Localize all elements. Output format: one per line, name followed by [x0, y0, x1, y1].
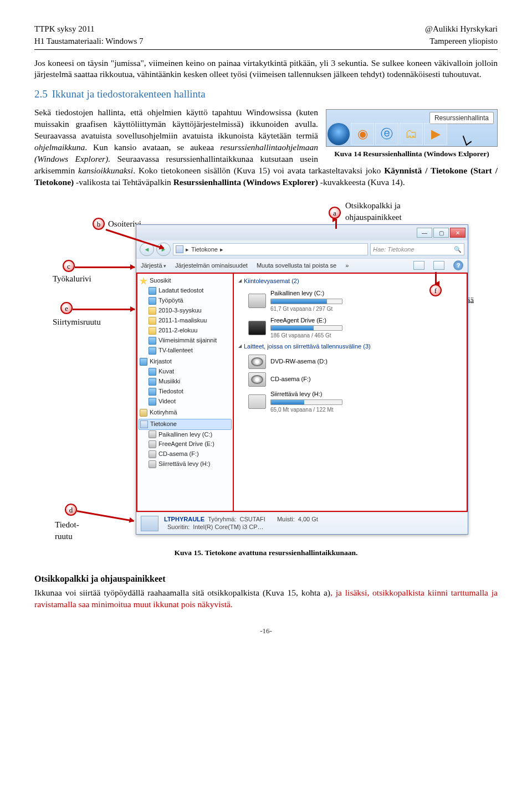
navigation-pane[interactable]: Suosikit Ladatut tiedostot Työpöytä 2010…: [136, 273, 234, 512]
callout-d: d: [65, 504, 77, 516]
drive-row[interactable]: FreeAgent Drive (E:) 186 Gt vapaana / 46…: [238, 315, 462, 341]
sidebar-item[interactable]: TV-tallenteet: [158, 346, 193, 355]
sidebar-item[interactable]: 2010-3-syyskuu: [158, 306, 202, 315]
close-button[interactable]: ✕: [450, 228, 466, 238]
address-bar[interactable]: ▸ Tietokone ▸: [173, 243, 368, 255]
start-orb-icon: [328, 123, 350, 145]
drive-name: Paikallinen levy (C:): [270, 289, 342, 298]
drive-row[interactable]: Siirrettävä levy (H:) 65,0 Mt vapaana / …: [238, 388, 462, 415]
sidebar-item[interactable]: Ladatut tiedostot: [158, 286, 203, 295]
para-text: -kuvakkeesta (Kuva 14).: [318, 177, 405, 187]
sidebar-item[interactable]: CD-asema (F:): [158, 450, 199, 459]
videos-icon: [149, 398, 156, 406]
callout-e: e: [60, 302, 73, 314]
sidebar-item[interactable]: Tiedostot: [158, 387, 183, 396]
sidebar-item[interactable]: Työpöytä: [158, 296, 183, 305]
computer-icon: [140, 420, 148, 428]
tv-icon: [149, 347, 156, 355]
music-icon: [149, 378, 156, 386]
side-homegroup[interactable]: Kotiryhmä: [150, 408, 177, 417]
help-icon[interactable]: ?: [453, 260, 463, 270]
sidebar-item[interactable]: 2011-2-elokuu: [158, 326, 197, 335]
toolbar-organize[interactable]: Järjestä: [141, 261, 166, 270]
dvd-icon: [248, 355, 266, 369]
callout-b: b: [93, 218, 105, 230]
homegroup-icon: [140, 409, 147, 417]
preview-pane-icon[interactable]: [433, 261, 444, 270]
details-pane: LTPHYRAULE Työryhmä: CSUTAFI Muisti: 4,0…: [136, 512, 468, 534]
side-libraries[interactable]: Kirjastot: [150, 357, 172, 366]
para-text: -valikosta tai Tehtäväpalkin: [74, 177, 173, 187]
toolbar: Järjestä Järjestelmän ominaisuudet Muuta…: [136, 258, 468, 273]
sidebar-item[interactable]: Siirrettävä levy (H:): [158, 460, 211, 469]
sidebar-item[interactable]: FreeAgent Drive (E:): [158, 440, 214, 449]
subheading-titlebar: Otsikkopalkki ja ohjauspainikkeet: [34, 573, 498, 585]
capacity-gauge: [270, 325, 342, 331]
status-mem-label: Muisti:: [277, 516, 295, 524]
sidebar-item[interactable]: Videot: [158, 397, 176, 406]
title-bar[interactable]: — ▢ ✕: [136, 225, 468, 240]
toolbar-system-props[interactable]: Järjestelmän ominaisuudet: [175, 261, 248, 270]
side-computer[interactable]: Tietokone: [150, 420, 177, 429]
drive-row[interactable]: CD-asema (F:): [238, 371, 462, 388]
section-title-text: Ikkunat ja tiedostorakenteen hallinta: [52, 88, 206, 100]
figure-15-caption: Kuva 15. Tietokone avattuna resurssienha…: [175, 548, 358, 557]
maximize-button[interactable]: ▢: [433, 228, 449, 238]
callout-a: a: [329, 207, 341, 219]
folder-icon: [149, 327, 156, 335]
cursor-icon: [463, 132, 472, 146]
header-left-top: TTPK syksy 2011: [34, 23, 95, 34]
folder-icon: [149, 317, 156, 325]
drive-name: Siirrettävä levy (H:): [270, 390, 342, 398]
computer-icon: [176, 245, 183, 253]
figure-14-caption: Kuva 14 Resurssienhallinta (Windows Exlp…: [326, 149, 498, 159]
para-text: . Kun kansio avataan, se aukeaa: [85, 142, 220, 152]
section-heading: 2.5Ikkunat ja tiedostorakenteen hallinta: [34, 87, 498, 101]
sidebar-item[interactable]: Viimeisimmät sijainnit: [158, 336, 217, 345]
drive-sub: 65,0 Mt vapaana / 122 Mt: [270, 406, 342, 414]
arrow-c: [75, 266, 135, 268]
ext-hdd-icon: [248, 321, 266, 335]
status-cpu-label: Suoritin:: [167, 524, 190, 531]
breadcrumb-arrow: ▸: [186, 245, 189, 254]
explorer-folder-icon: 🗂: [400, 123, 423, 145]
content-pane[interactable]: Kiintolevyasemat (2) Paikallinen levy (C…: [234, 273, 468, 512]
sidebar-item[interactable]: Kuvat: [158, 367, 174, 376]
status-cpu: Intel(R) Core(TM) i3 CP…: [193, 524, 263, 531]
drive-icon: [149, 430, 156, 438]
pictures-icon: [149, 368, 156, 376]
view-switcher-icon[interactable]: [413, 261, 424, 270]
sidebar-item[interactable]: Paikallinen levy (C:): [158, 430, 212, 439]
drive-row[interactable]: Paikallinen levy (C:) 61,7 Gt vapaana / …: [238, 288, 462, 314]
drive-row[interactable]: DVD-RW-asema (D:): [238, 353, 462, 371]
minimize-button[interactable]: —: [417, 228, 432, 238]
taskbar-screenshot: Resurssienhallinta ◉ ⓔ 🗂 ▶: [326, 109, 498, 147]
callout-e-label: Siirtymisruutu: [53, 316, 101, 327]
para-text: Ikkunaa voi siirtää työpöydällä raahaama…: [34, 588, 330, 597]
group-header-removable[interactable]: Laitteet, joissa on siirrettävä tallennu…: [238, 342, 462, 351]
group-header-hdd[interactable]: Kiintolevyasemat (2): [238, 277, 462, 285]
drive-name: CD-asema (F:): [270, 375, 311, 383]
toolbar-overflow[interactable]: »: [345, 261, 349, 270]
search-input[interactable]: Hae: Tietokone: [370, 243, 464, 255]
media-icon: ▶: [424, 123, 447, 145]
desktop-icon: [149, 297, 156, 305]
folder-icon: [149, 307, 156, 315]
arrow-a: [335, 219, 337, 229]
section-number: 2.5: [34, 88, 48, 100]
usb-icon: [248, 394, 266, 409]
status-name: LTPHYRAULE: [164, 516, 204, 524]
library-icon: [140, 358, 147, 366]
side-favorites[interactable]: Suosikit: [150, 276, 171, 285]
sidebar-item[interactable]: 2011-1-maaliskuu: [158, 316, 207, 325]
sidebar-item[interactable]: Musiikki: [158, 377, 180, 386]
toolbar-uninstall[interactable]: Muuta sovellusta tai poista se: [257, 261, 336, 270]
arrow-f: [435, 272, 437, 284]
drive-icon: [149, 450, 156, 458]
status-wg-label: Työryhmä:: [208, 516, 236, 524]
header-right-top: @Aulikki Hyrskykari: [425, 23, 498, 34]
breadcrumb-arrow: ▸: [220, 245, 223, 254]
breadcrumb-segment[interactable]: Tietokone: [191, 245, 218, 254]
ie-icon: ⓔ: [375, 123, 398, 145]
para-text: . Koko tietokoneen sisällön (Kuva 15) vo…: [133, 166, 384, 175]
